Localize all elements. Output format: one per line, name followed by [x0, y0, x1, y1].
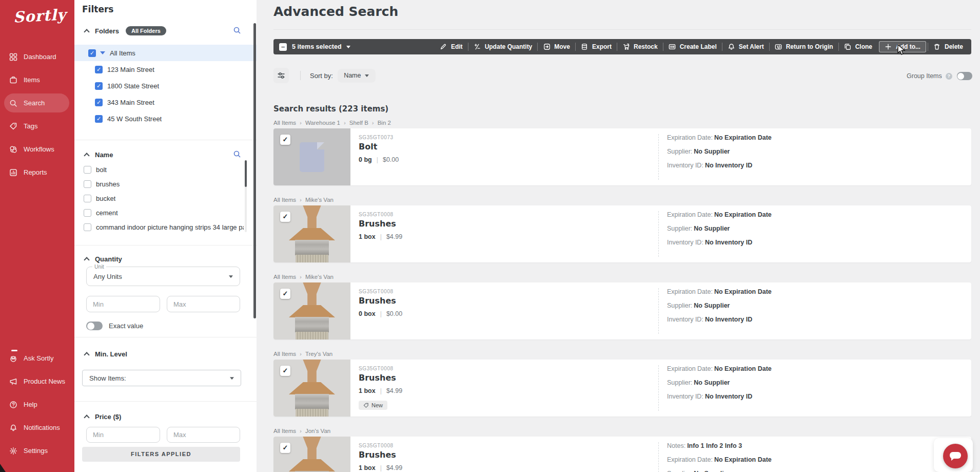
item-checkbox-checked[interactable]: ✓: [280, 289, 290, 299]
help-icon[interactable]: ?: [946, 73, 952, 80]
breadcrumb-item[interactable]: Mike's Van: [305, 197, 334, 203]
folder-row-1800-state-street[interactable]: ✓1800 State Street: [74, 78, 257, 94]
min-level-section-header[interactable]: Min. Level: [74, 349, 257, 359]
result-card[interactable]: ✓SG35GT0073Bolt0 bg|$0.00Expiration Date…: [273, 128, 971, 185]
item-name[interactable]: Brushes: [359, 373, 396, 383]
sidebar-item-notifications[interactable]: Notifications: [0, 416, 74, 439]
sidebar-item-settings[interactable]: Settings: [0, 439, 74, 462]
checkbox-checked[interactable]: ✓: [95, 99, 103, 106]
breadcrumb-item[interactable]: Bin 2: [378, 120, 391, 126]
export-button[interactable]: Export: [576, 41, 617, 52]
item-checkbox-checked[interactable]: ✓: [280, 135, 290, 145]
sortly-logo[interactable]: Sortly: [13, 6, 66, 26]
sidebar-item-workflows[interactable]: Workflows: [0, 138, 74, 161]
display-options-button[interactable]: [273, 68, 289, 83]
result-card[interactable]: ✓SG35GT0008Brushes1 box|$4.99NewExpirati…: [273, 360, 971, 417]
chevron-down-icon[interactable]: [346, 46, 350, 48]
collapse-chevron-icon[interactable]: [84, 29, 89, 34]
breadcrumb-item[interactable]: All Items: [273, 428, 296, 434]
collapse-chevron-icon[interactable]: [84, 257, 89, 262]
checkbox-unchecked[interactable]: [84, 195, 91, 202]
name-option-row[interactable]: command indoor picture hanging strips 34…: [84, 220, 244, 234]
clone-button[interactable]: Clone: [839, 41, 877, 52]
sidebar-item-help[interactable]: Help: [0, 393, 74, 416]
sidebar-item-search[interactable]: Search: [0, 91, 74, 115]
collapse-chevron-icon[interactable]: [84, 153, 89, 158]
name-option-row[interactable]: brushes: [84, 177, 244, 191]
chat-launcher-button[interactable]: [943, 444, 968, 468]
return-to-origin-button[interactable]: Return to Origin: [770, 41, 838, 52]
name-option-row[interactable]: bolt: [84, 162, 244, 177]
collapse-chevron-icon[interactable]: [84, 352, 89, 357]
result-card[interactable]: ✓SG35GT0008Brushes1 box|$4.99Expiration …: [273, 205, 971, 262]
price-section-header[interactable]: Price ($): [74, 411, 257, 422]
item-name[interactable]: Bolt: [359, 142, 377, 152]
breadcrumb-item[interactable]: Warehouse 1: [305, 120, 340, 126]
checkbox-unchecked[interactable]: [84, 223, 91, 231]
result-card[interactable]: ✓SG35GT0008Brushes0 box|$0.00Expiration …: [273, 282, 971, 339]
breadcrumb-item[interactable]: All Items: [273, 197, 296, 203]
set-alert-button[interactable]: Set Alert: [722, 41, 769, 52]
name-option-row[interactable]: cement: [84, 205, 244, 220]
checkbox-checked[interactable]: ✓: [95, 82, 103, 90]
collapse-chevron-icon[interactable]: [84, 414, 89, 420]
result-card[interactable]: ✓SG35GT0008Brushes1 box|$4.99Notes:Info …: [273, 437, 971, 472]
item-name[interactable]: Brushes: [359, 450, 396, 460]
price-max-input[interactable]: [167, 427, 240, 443]
item-name[interactable]: Brushes: [359, 296, 396, 306]
quantity-max-input[interactable]: [167, 296, 240, 312]
checkbox-checked[interactable]: ✓: [95, 115, 103, 123]
item-name[interactable]: Brushes: [359, 219, 396, 229]
sort-select[interactable]: Name: [338, 69, 376, 83]
folders-section-header[interactable]: Folders All Folders: [74, 26, 257, 36]
group-items-toggle[interactable]: [957, 72, 972, 80]
expand-caret-icon[interactable]: [100, 51, 105, 54]
all-folders-badge[interactable]: All Folders: [126, 26, 166, 35]
price-min-input[interactable]: [86, 427, 160, 443]
item-checkbox-checked[interactable]: ✓: [280, 366, 290, 376]
item-checkbox-checked[interactable]: ✓: [280, 443, 290, 453]
breadcrumb-item[interactable]: All Items: [273, 120, 296, 126]
restock-button[interactable]: Restock: [617, 41, 663, 52]
quantity-section-header[interactable]: Quantity: [74, 254, 257, 264]
checkbox-unchecked[interactable]: [84, 166, 91, 174]
breadcrumb-item[interactable]: Jon's Van: [305, 428, 330, 434]
breadcrumb-item[interactable]: Shelf B: [349, 120, 368, 126]
sidebar-item-dashboard[interactable]: Dashboard: [0, 45, 74, 68]
filters-scrollbar[interactable]: [253, 23, 256, 318]
create-label-button[interactable]: Create Label: [663, 41, 722, 52]
checkbox-checked[interactable]: ✓: [88, 49, 96, 57]
sidebar-item-items[interactable]: Items: [0, 68, 74, 91]
exact-value-toggle[interactable]: [86, 322, 103, 330]
folder-row-45-w-south-street[interactable]: ✓45 W South Street: [74, 110, 257, 127]
folder-row-123-main-street[interactable]: ✓123 Main Street: [74, 61, 257, 78]
show-items-select[interactable]: Show Items:: [82, 370, 241, 386]
breadcrumb-item[interactable]: Trey's Van: [305, 351, 332, 357]
sidebar-item-reports[interactable]: Reports: [0, 161, 74, 184]
checkbox-checked[interactable]: ✓: [95, 66, 103, 73]
update-quantity-button[interactable]: Update Quantity: [468, 41, 538, 52]
sidebar-item-product-news[interactable]: Product News: [0, 370, 74, 393]
edit-button[interactable]: Edit: [435, 41, 468, 52]
item-tag-badge[interactable]: New: [359, 401, 387, 410]
quantity-min-input[interactable]: [86, 296, 160, 312]
folder-row-all-items[interactable]: ✓All Items: [74, 45, 257, 61]
breadcrumb-item[interactable]: All Items: [273, 351, 296, 357]
selection-checkbox[interactable]: –: [279, 43, 287, 51]
breadcrumb-item[interactable]: All Items: [273, 274, 296, 280]
breadcrumb-item[interactable]: Mike's Van: [305, 274, 334, 280]
checkbox-unchecked[interactable]: [84, 180, 91, 188]
sidebar-item-tags[interactable]: Tags: [0, 115, 74, 138]
item-checkbox-checked[interactable]: ✓: [280, 212, 290, 222]
unit-select[interactable]: Unit Any Units: [86, 267, 240, 286]
name-search-icon[interactable]: [233, 150, 241, 158]
folders-search-icon[interactable]: [233, 26, 241, 34]
filters-applied-button[interactable]: FILTERS APPLIED: [82, 447, 240, 462]
checkbox-unchecked[interactable]: [84, 209, 91, 217]
name-section-header[interactable]: Name: [74, 149, 257, 160]
folder-row-343-main-street[interactable]: ✓343 Main Street: [74, 94, 257, 110]
move-button[interactable]: Move: [538, 41, 575, 52]
delete-button[interactable]: Delete: [928, 41, 968, 52]
name-list-scrollbar[interactable]: [245, 160, 247, 232]
name-option-row[interactable]: bucket: [84, 191, 244, 205]
